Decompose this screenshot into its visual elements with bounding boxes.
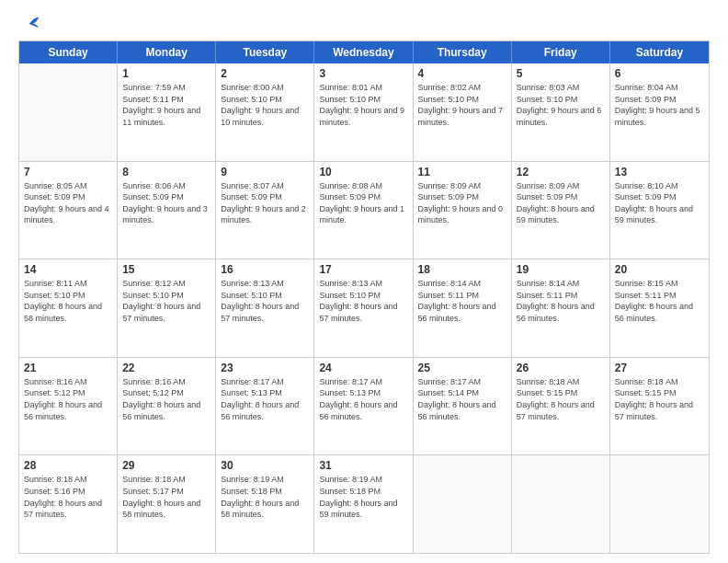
- cell-info: Sunrise: 8:13 AMSunset: 5:10 PMDaylight:…: [221, 278, 309, 324]
- calendar-cell-w3-d1: 14Sunrise: 8:11 AMSunset: 5:10 PMDayligh…: [19, 259, 118, 357]
- calendar-cell-w5-d7: [610, 455, 709, 553]
- logo-bird-icon: [20, 17, 40, 31]
- day-number: 18: [418, 263, 506, 276]
- cell-info: Sunrise: 8:17 AMSunset: 5:13 PMDaylight:…: [221, 376, 309, 422]
- day-number: 14: [24, 263, 112, 276]
- day-number: 20: [615, 263, 704, 276]
- calendar-cell-w2-d3: 9Sunrise: 8:07 AMSunset: 5:09 PMDaylight…: [216, 162, 314, 259]
- day-number: 11: [418, 166, 506, 178]
- cell-info: Sunrise: 8:09 AMSunset: 5:09 PMDaylight:…: [418, 180, 506, 226]
- day-number: 28: [24, 459, 112, 472]
- calendar: SundayMondayTuesdayWednesdayThursdayFrid…: [18, 40, 710, 554]
- calendar-cell-w1-d1: [19, 63, 118, 161]
- calendar-cell-w5-d5: [414, 455, 512, 553]
- day-number: 25: [418, 362, 506, 374]
- cell-info: Sunrise: 8:16 AMSunset: 5:12 PMDaylight:…: [122, 376, 210, 422]
- cell-info: Sunrise: 8:17 AMSunset: 5:13 PMDaylight:…: [319, 376, 407, 422]
- day-number: 16: [221, 263, 309, 276]
- cell-info: Sunrise: 8:14 AMSunset: 5:11 PMDaylight:…: [418, 278, 506, 324]
- calendar-week-5: 28Sunrise: 8:18 AMSunset: 5:16 PMDayligh…: [19, 455, 709, 553]
- calendar-cell-w4-d5: 25Sunrise: 8:17 AMSunset: 5:14 PMDayligh…: [414, 358, 512, 455]
- calendar-cell-w2-d2: 8Sunrise: 8:06 AMSunset: 5:09 PMDaylight…: [118, 162, 216, 259]
- calendar-cell-w1-d4: 3Sunrise: 8:01 AMSunset: 5:10 PMDaylight…: [314, 63, 413, 161]
- cell-info: Sunrise: 8:12 AMSunset: 5:10 PMDaylight:…: [122, 278, 210, 324]
- calendar-cell-w4-d3: 23Sunrise: 8:17 AMSunset: 5:13 PMDayligh…: [216, 358, 314, 455]
- calendar-cell-w2-d6: 12Sunrise: 8:09 AMSunset: 5:09 PMDayligh…: [512, 162, 610, 259]
- calendar-cell-w5-d2: 29Sunrise: 8:18 AMSunset: 5:17 PMDayligh…: [118, 455, 216, 553]
- cell-info: Sunrise: 8:05 AMSunset: 5:09 PMDaylight:…: [24, 180, 112, 226]
- calendar-cell-w5-d4: 31Sunrise: 8:19 AMSunset: 5:18 PMDayligh…: [314, 455, 413, 553]
- calendar-cell-w2-d7: 13Sunrise: 8:10 AMSunset: 5:09 PMDayligh…: [610, 162, 709, 259]
- cell-info: Sunrise: 8:04 AMSunset: 5:09 PMDaylight:…: [615, 82, 704, 128]
- cell-info: Sunrise: 8:10 AMSunset: 5:09 PMDaylight:…: [615, 180, 704, 226]
- calendar-cell-w1-d5: 4Sunrise: 8:02 AMSunset: 5:10 PMDaylight…: [414, 63, 512, 161]
- calendar-cell-w5-d6: [512, 455, 610, 553]
- day-number: 15: [122, 263, 210, 276]
- cell-info: Sunrise: 8:19 AMSunset: 5:18 PMDaylight:…: [319, 474, 407, 520]
- cell-info: Sunrise: 8:18 AMSunset: 5:15 PMDaylight:…: [615, 376, 704, 422]
- calendar-cell-w3-d7: 20Sunrise: 8:15 AMSunset: 5:11 PMDayligh…: [610, 259, 709, 357]
- header-day-tuesday: Tuesday: [216, 41, 314, 63]
- calendar-cell-w4-d6: 26Sunrise: 8:18 AMSunset: 5:15 PMDayligh…: [512, 358, 610, 455]
- calendar-cell-w4-d1: 21Sunrise: 8:16 AMSunset: 5:12 PMDayligh…: [19, 358, 118, 455]
- calendar-cell-w5-d3: 30Sunrise: 8:19 AMSunset: 5:18 PMDayligh…: [216, 455, 314, 553]
- calendar-week-4: 21Sunrise: 8:16 AMSunset: 5:12 PMDayligh…: [19, 358, 709, 456]
- cell-info: Sunrise: 8:07 AMSunset: 5:09 PMDaylight:…: [221, 180, 309, 226]
- cell-info: Sunrise: 8:00 AMSunset: 5:10 PMDaylight:…: [221, 82, 309, 128]
- calendar-cell-w2-d5: 11Sunrise: 8:09 AMSunset: 5:09 PMDayligh…: [414, 162, 512, 259]
- calendar-cell-w3-d4: 17Sunrise: 8:13 AMSunset: 5:10 PMDayligh…: [314, 259, 413, 357]
- day-number: 2: [221, 67, 309, 80]
- calendar-cell-w3-d6: 19Sunrise: 8:14 AMSunset: 5:11 PMDayligh…: [512, 259, 610, 357]
- calendar-week-2: 7Sunrise: 8:05 AMSunset: 5:09 PMDaylight…: [19, 162, 709, 260]
- cell-info: Sunrise: 8:01 AMSunset: 5:10 PMDaylight:…: [319, 82, 407, 128]
- calendar-cell-w4-d7: 27Sunrise: 8:18 AMSunset: 5:15 PMDayligh…: [610, 358, 709, 455]
- day-number: 13: [615, 166, 704, 178]
- day-number: 4: [418, 67, 506, 80]
- cell-info: Sunrise: 8:06 AMSunset: 5:09 PMDaylight:…: [122, 180, 210, 226]
- day-number: 23: [221, 362, 309, 374]
- day-number: 17: [319, 263, 407, 276]
- header-day-monday: Monday: [118, 41, 216, 63]
- day-number: 9: [221, 166, 309, 178]
- calendar-cell-w3-d3: 16Sunrise: 8:13 AMSunset: 5:10 PMDayligh…: [216, 259, 314, 357]
- day-number: 3: [319, 67, 407, 80]
- calendar-cell-w2-d4: 10Sunrise: 8:08 AMSunset: 5:09 PMDayligh…: [314, 162, 413, 259]
- cell-info: Sunrise: 8:19 AMSunset: 5:18 PMDaylight:…: [221, 474, 309, 520]
- cell-info: Sunrise: 8:16 AMSunset: 5:12 PMDaylight:…: [24, 376, 112, 422]
- calendar-cell-w1-d6: 5Sunrise: 8:03 AMSunset: 5:10 PMDaylight…: [512, 63, 610, 161]
- day-number: 21: [24, 362, 112, 374]
- cell-info: Sunrise: 8:14 AMSunset: 5:11 PMDaylight:…: [517, 278, 605, 324]
- day-number: 1: [122, 67, 210, 80]
- day-number: 29: [122, 459, 210, 472]
- day-number: 19: [517, 263, 605, 276]
- header-day-sunday: Sunday: [19, 41, 118, 63]
- calendar-cell-w1-d3: 2Sunrise: 8:00 AMSunset: 5:10 PMDaylight…: [216, 63, 314, 161]
- header: [18, 17, 710, 29]
- day-number: 5: [517, 67, 605, 80]
- day-number: 6: [615, 67, 704, 80]
- cell-info: Sunrise: 8:18 AMSunset: 5:16 PMDaylight:…: [24, 474, 112, 520]
- day-number: 8: [122, 166, 210, 178]
- calendar-cell-w1-d2: 1Sunrise: 7:59 AMSunset: 5:11 PMDaylight…: [118, 63, 216, 161]
- day-number: 24: [319, 362, 407, 374]
- day-number: 30: [221, 459, 309, 472]
- cell-info: Sunrise: 7:59 AMSunset: 5:11 PMDaylight:…: [122, 82, 210, 128]
- cell-info: Sunrise: 8:13 AMSunset: 5:10 PMDaylight:…: [319, 278, 407, 324]
- calendar-body: 1Sunrise: 7:59 AMSunset: 5:11 PMDaylight…: [19, 63, 709, 553]
- header-day-saturday: Saturday: [610, 41, 709, 63]
- calendar-cell-w3-d2: 15Sunrise: 8:12 AMSunset: 5:10 PMDayligh…: [118, 259, 216, 357]
- calendar-cell-w4-d4: 24Sunrise: 8:17 AMSunset: 5:13 PMDayligh…: [314, 358, 413, 455]
- calendar-cell-w4-d2: 22Sunrise: 8:16 AMSunset: 5:12 PMDayligh…: [118, 358, 216, 455]
- header-day-thursday: Thursday: [414, 41, 512, 63]
- page: SundayMondayTuesdayWednesdayThursdayFrid…: [0, 0, 728, 563]
- calendar-cell-w2-d1: 7Sunrise: 8:05 AMSunset: 5:09 PMDaylight…: [19, 162, 118, 259]
- logo: [18, 17, 40, 29]
- day-number: 27: [615, 362, 704, 374]
- day-number: 7: [24, 166, 112, 178]
- cell-info: Sunrise: 8:18 AMSunset: 5:17 PMDaylight:…: [122, 474, 210, 520]
- cell-info: Sunrise: 8:11 AMSunset: 5:10 PMDaylight:…: [24, 278, 112, 324]
- calendar-cell-w3-d5: 18Sunrise: 8:14 AMSunset: 5:11 PMDayligh…: [414, 259, 512, 357]
- calendar-cell-w5-d1: 28Sunrise: 8:18 AMSunset: 5:16 PMDayligh…: [19, 455, 118, 553]
- day-number: 22: [122, 362, 210, 374]
- day-number: 26: [517, 362, 605, 374]
